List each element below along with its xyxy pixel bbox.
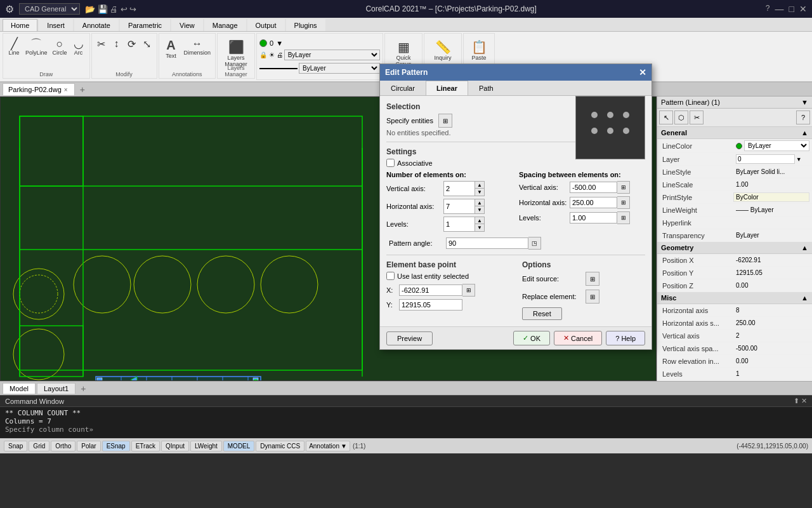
command-title-text: Command Window (5, 398, 64, 405)
vertical-axis-up[interactable]: ▲ (475, 182, 484, 189)
base-x-input[interactable] (399, 284, 462, 296)
help-icon[interactable]: ? (766, 4, 770, 14)
spacing-horizontal-input[interactable] (570, 197, 617, 208)
replace-element-button[interactable]: ⊞ (586, 290, 599, 304)
horizaxiss-value: 250.00 (736, 319, 809, 326)
esnap-button[interactable]: ESnap (102, 441, 130, 451)
levels-down[interactable]: ▼ (475, 224, 484, 231)
dialog-tab-linear[interactable]: Linear (426, 81, 468, 95)
horizontal-axis-up[interactable]: ▲ (475, 199, 484, 206)
modify-button-2[interactable]: ↕ (110, 36, 124, 52)
layout-tab-model[interactable]: Model (3, 383, 36, 394)
lweight-button[interactable]: LWeight (190, 441, 222, 451)
panel-dropdown-icon[interactable]: ▼ (801, 98, 808, 106)
base-x-pick[interactable]: ⊞ (462, 284, 475, 297)
layer-prop-value[interactable]: ▼ (736, 154, 809, 164)
tab-plugins[interactable]: Plugins (286, 19, 325, 31)
tab-home[interactable]: Home (3, 19, 37, 31)
spacing-levels-pick[interactable]: ⊞ (617, 211, 630, 224)
snap-button[interactable]: Snap (4, 441, 27, 451)
horizontal-axis-down[interactable]: ▼ (475, 206, 484, 213)
tab-annotate[interactable]: Annotate (74, 19, 119, 31)
specify-entities-label: Specify entities (386, 117, 433, 124)
node-edit-button[interactable]: ⬡ (674, 110, 688, 124)
qinput-button[interactable]: QInput (161, 441, 189, 451)
ortho-button[interactable]: Ortho (51, 441, 75, 451)
draw-arc-button[interactable]: ◡ Arc (70, 36, 87, 58)
draw-line-button[interactable]: ╱ Line (6, 36, 22, 58)
modify-button-1[interactable]: ✂ (95, 36, 108, 52)
tab-view[interactable]: View (171, 19, 203, 31)
vertical-axis-input[interactable] (443, 181, 475, 196)
maximize-button[interactable]: □ (789, 4, 794, 14)
spacing-vertical-input[interactable] (570, 182, 617, 193)
text-button[interactable]: A Text (162, 36, 181, 61)
base-y-input[interactable] (399, 299, 462, 311)
svg-rect-15 (96, 377, 261, 381)
polar-button[interactable]: Polar (77, 441, 100, 451)
linecolor-select[interactable]: ByLayer (744, 140, 809, 151)
doc-tab-parking[interactable]: Parking-P02.dwg × (3, 83, 75, 95)
use-last-entity-checkbox[interactable] (386, 272, 395, 280)
draw-circle-button[interactable]: ○ Circle (51, 36, 69, 58)
prop-row-pos-x: Position X -6202.91 (657, 254, 812, 267)
misc-section-header[interactable]: Misc ▲ (657, 292, 812, 304)
annotation-dropdown-button[interactable]: Annotation ▼ (306, 441, 350, 451)
tab-parametric[interactable]: Parametric (120, 19, 170, 31)
spacing-levels-input[interactable] (570, 212, 617, 224)
vertical-axis-down[interactable]: ▼ (475, 189, 484, 196)
dialog-tab-circular[interactable]: Circular (380, 81, 426, 95)
layout-tab-layout1[interactable]: Layout1 (37, 383, 75, 394)
dialog-close-button[interactable]: ✕ (639, 67, 646, 77)
layer-selector[interactable]: ByLayer (284, 50, 380, 60)
levels-input[interactable] (443, 217, 475, 232)
geometry-section-header[interactable]: Geometry ▲ (657, 242, 812, 254)
cancel-label: Cancel (571, 335, 593, 342)
divider-2 (386, 255, 645, 255)
tab-output[interactable]: Output (247, 19, 285, 31)
spacing-vertical-pick[interactable]: ⊞ (617, 181, 630, 194)
modify-button-4[interactable]: ⤡ (140, 36, 154, 52)
horizontal-axis-input[interactable] (443, 199, 475, 214)
trim-button[interactable]: ✂ (690, 110, 704, 124)
tab-insert[interactable]: Insert (39, 19, 73, 31)
minimize-button[interactable]: — (775, 4, 784, 14)
add-layout-button[interactable]: + (77, 382, 89, 395)
svg-rect-37 (20, 326, 83, 377)
ok-button[interactable]: ✓ OK (513, 331, 550, 345)
pattern-angle-input[interactable] (446, 237, 528, 249)
preview-button[interactable]: Preview (386, 331, 433, 345)
associative-checkbox[interactable] (386, 159, 395, 167)
edit-source-button[interactable]: ⊞ (586, 272, 599, 286)
modify-button-3[interactable]: ⟳ (125, 36, 139, 52)
grid-button[interactable]: Grid (29, 441, 49, 451)
spacing-horizontal-pick[interactable]: ⊞ (617, 196, 630, 209)
linestyle-selector[interactable]: ByLayer (299, 63, 380, 74)
help-dialog-button[interactable]: ? Help (606, 331, 645, 345)
dimension-button[interactable]: ↔ Dimension (182, 36, 213, 61)
draw-polyline-button[interactable]: ⌒ PolyLine (23, 36, 49, 58)
model-button[interactable]: MODEL (223, 441, 255, 451)
paste-button[interactable]: 📋 Paste (469, 37, 489, 63)
layer-prop-input[interactable] (736, 154, 795, 164)
cancel-button[interactable]: ✕ Cancel (554, 331, 602, 345)
layer-dropdown-icon[interactable]: ▼ (796, 156, 802, 163)
general-section-header[interactable]: General ▲ (657, 127, 812, 139)
inquiry-button[interactable]: 📏 Inquiry (433, 37, 454, 63)
select-tool-button[interactable]: ↖ (659, 110, 673, 124)
workspace-selector[interactable]: CAD General (19, 3, 80, 15)
etrack-button[interactable]: ETrack (131, 441, 160, 451)
new-tab-button[interactable]: + (75, 83, 90, 96)
doc-tab-close[interactable]: × (64, 86, 68, 93)
dynamic-ccs-button[interactable]: Dynamic CCS (256, 441, 304, 451)
panel-title: Pattern (Linear) (1) (661, 98, 720, 106)
pattern-angle-pick[interactable]: ◳ (528, 237, 541, 250)
dialog-tab-path[interactable]: Path (468, 81, 504, 95)
levels-up[interactable]: ▲ (475, 217, 484, 224)
help-panel-button[interactable]: ? (796, 110, 810, 124)
reset-button[interactable]: Reset (522, 307, 562, 320)
base-x-label: X: (386, 286, 399, 294)
tab-manage[interactable]: Manage (204, 19, 246, 31)
close-button[interactable]: ✕ (799, 4, 807, 14)
specify-entities-button[interactable]: ⊞ (438, 114, 452, 128)
